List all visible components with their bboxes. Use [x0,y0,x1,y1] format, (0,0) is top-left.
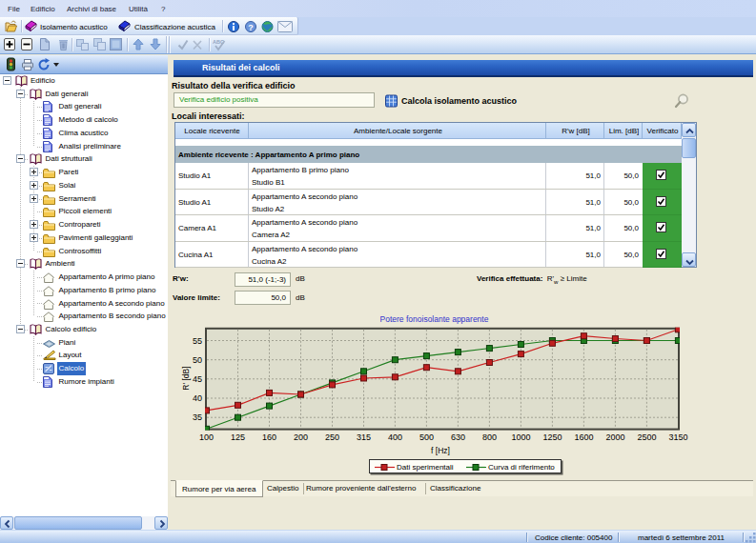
svg-text:125: 125 [231,432,245,442]
svg-text:1250: 1250 [542,432,562,442]
svg-text:800: 800 [482,432,497,442]
svg-text:315: 315 [357,432,371,442]
svg-text:2000: 2000 [605,432,624,442]
svg-text:Potere fonoisolante apparente: Potere fonoisolante apparente [380,314,489,324]
svg-text:100: 100 [199,432,214,442]
svg-text:160: 160 [262,432,276,442]
svg-text:1000: 1000 [511,432,530,442]
svg-text:200: 200 [294,432,308,442]
svg-text:R' [dB]: R' [dB] [181,366,191,390]
svg-text:2500: 2500 [637,432,656,442]
svg-text:55: 55 [193,336,202,346]
svg-text:1600: 1600 [574,432,593,442]
svg-text:3150: 3150 [668,432,687,442]
svg-text:400: 400 [388,432,402,442]
svg-text:?: ? [248,23,254,32]
svg-text:40: 40 [193,393,202,403]
svg-text:250: 250 [325,432,339,442]
svg-text:35: 35 [193,412,202,422]
svg-text:630: 630 [451,432,465,442]
svg-text:45: 45 [193,374,202,384]
svg-text:f [Hz]: f [Hz] [431,446,450,455]
svg-text:50: 50 [193,355,202,365]
svg-text:500: 500 [419,432,434,442]
